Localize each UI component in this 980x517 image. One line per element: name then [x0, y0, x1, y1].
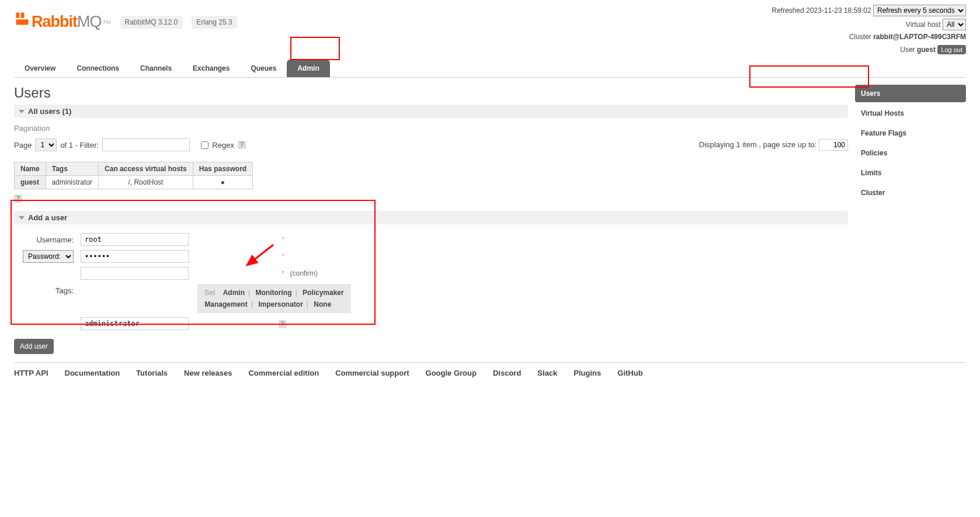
- footer-links: HTTP API Documentation Tutorials New rel…: [14, 362, 966, 377]
- password-type-select[interactable]: Password:: [23, 250, 74, 263]
- sidebar-vhosts[interactable]: Virtual Hosts: [855, 105, 966, 122]
- tags-input[interactable]: [81, 317, 189, 330]
- page-label: Page: [14, 141, 32, 150]
- footer-slack[interactable]: Slack: [537, 369, 557, 377]
- set-label: Set: [204, 289, 215, 297]
- footer-commercial-edition[interactable]: Commercial edition: [248, 369, 319, 377]
- nav-channels[interactable]: Channels: [130, 60, 182, 77]
- th-name[interactable]: Name: [15, 162, 46, 176]
- rabbit-icon: [14, 11, 30, 31]
- of-label: of 1 - Filter:: [60, 141, 99, 150]
- erlang-version-badge: Erlang 25.3: [192, 16, 237, 29]
- user-label: User: [900, 46, 915, 54]
- pagination-heading: Pagination: [14, 124, 848, 133]
- cluster-value: rabbit@LAPTOP-499C3RFM: [873, 33, 966, 41]
- page-title: Users: [14, 85, 848, 101]
- password-input[interactable]: [81, 250, 189, 263]
- nav-connections[interactable]: Connections: [66, 60, 130, 77]
- username-input[interactable]: [81, 233, 189, 246]
- caret-down-icon: [19, 110, 25, 113]
- help-icon[interactable]: ?: [279, 320, 287, 328]
- th-password[interactable]: Has password: [193, 162, 252, 176]
- footer-documentation[interactable]: Documentation: [65, 369, 120, 377]
- tags-preset-panel: Set Admin| Monitoring| Policymaker Manag…: [197, 284, 350, 313]
- confirm-label: (confirm): [290, 269, 318, 277]
- sidebar-policies[interactable]: Policies: [855, 144, 966, 162]
- tag-management-link[interactable]: Management: [204, 300, 247, 308]
- add-user-form: Username: * Password: * * (confirm) Tags…: [14, 230, 353, 333]
- tag-none-link[interactable]: None: [314, 300, 331, 308]
- nav-admin[interactable]: Admin: [287, 60, 329, 77]
- help-icon[interactable]: ?: [238, 141, 246, 149]
- add-user-label: Add a user: [28, 213, 67, 222]
- vhost-select[interactable]: All: [943, 19, 966, 30]
- vhost-label: Virtual host: [906, 20, 941, 29]
- footer-http-api[interactable]: HTTP API: [14, 369, 48, 377]
- rabbitmq-logo[interactable]: RabbitMQ TM: [14, 13, 111, 31]
- page-select[interactable]: 1: [35, 138, 57, 151]
- refresh-interval-select[interactable]: Refresh every 5 seconds: [873, 5, 966, 16]
- tag-policymaker-link[interactable]: Policymaker: [303, 289, 344, 297]
- main-nav: Overview Connections Channels Exchanges …: [14, 60, 966, 78]
- refreshed-label: Refreshed: [772, 6, 804, 15]
- footer-google-group[interactable]: Google Group: [426, 369, 477, 377]
- username-label: Username:: [14, 232, 78, 247]
- required-marker: *: [279, 235, 289, 244]
- logout-button[interactable]: Log out: [937, 45, 966, 54]
- filter-input[interactable]: [102, 138, 190, 151]
- footer-new-releases[interactable]: New releases: [184, 369, 232, 377]
- password-confirm-input[interactable]: [81, 267, 189, 280]
- add-user-button[interactable]: Add user: [14, 339, 54, 354]
- displaying-label: Displaying 1 item , page size up to:: [699, 140, 817, 149]
- th-access[interactable]: Can access virtual hosts: [99, 162, 193, 176]
- tag-monitoring-link[interactable]: Monitoring: [256, 289, 292, 297]
- admin-sidebar: Users Virtual Hosts Feature Flags Polici…: [855, 85, 966, 354]
- logo-tm: TM: [103, 19, 111, 25]
- caret-down-icon: [19, 216, 25, 220]
- user-value: guest: [917, 46, 936, 54]
- sidebar-users[interactable]: Users: [855, 85, 966, 102]
- cell-password: ●: [193, 176, 252, 189]
- cell-access: /, RootHost: [99, 176, 193, 189]
- required-marker: *: [279, 252, 289, 261]
- table-row[interactable]: guest administrator /, RootHost ●: [15, 176, 253, 189]
- footer-github[interactable]: GitHub: [617, 369, 642, 377]
- nav-queues[interactable]: Queues: [240, 60, 287, 77]
- cluster-label: Cluster: [849, 33, 871, 41]
- section-add-user[interactable]: Add a user: [14, 211, 848, 224]
- footer-discord[interactable]: Discord: [493, 369, 521, 377]
- regex-checkbox[interactable]: [201, 141, 208, 149]
- tags-label: Tags:: [14, 283, 78, 314]
- page-size-input[interactable]: [819, 139, 848, 151]
- nav-exchanges[interactable]: Exchanges: [182, 60, 240, 77]
- sidebar-limits[interactable]: Limits: [855, 164, 966, 182]
- users-table: Name Tags Can access virtual hosts Has p…: [14, 162, 253, 189]
- cell-tags: administrator: [46, 176, 98, 189]
- tag-admin-link[interactable]: Admin: [223, 289, 245, 297]
- section-all-users[interactable]: All users (1): [14, 105, 848, 118]
- logo-text: RabbitMQ: [32, 13, 102, 31]
- footer-commercial-support[interactable]: Commercial support: [335, 369, 409, 377]
- rabbitmq-version-badge: RabbitMQ 3.12.0: [120, 16, 183, 29]
- th-tags[interactable]: Tags: [46, 162, 98, 176]
- tag-impersonator-link[interactable]: Impersonator: [258, 300, 303, 308]
- cell-name: guest: [15, 176, 46, 189]
- regex-label: Regex: [212, 141, 234, 150]
- sidebar-cluster[interactable]: Cluster: [855, 184, 966, 202]
- nav-overview[interactable]: Overview: [14, 60, 66, 77]
- footer-tutorials[interactable]: Tutorials: [136, 369, 168, 377]
- required-marker: *: [279, 269, 289, 277]
- footer-plugins[interactable]: Plugins: [574, 369, 601, 377]
- refreshed-time: 2023-11-23 18:59:02: [806, 6, 871, 15]
- all-users-label: All users (1): [28, 107, 71, 116]
- help-icon[interactable]: ?: [14, 195, 22, 203]
- sidebar-feature-flags[interactable]: Feature Flags: [855, 124, 966, 142]
